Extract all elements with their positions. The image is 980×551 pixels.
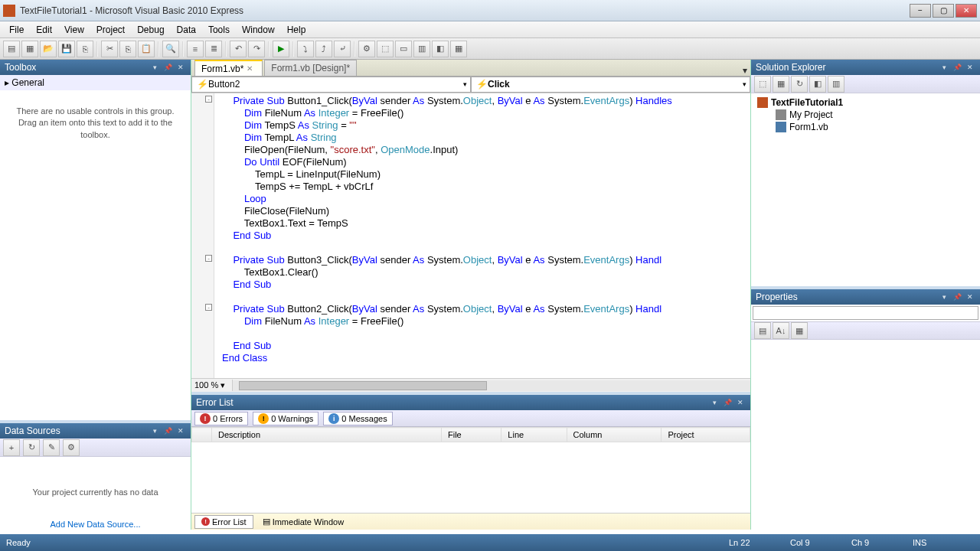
cut-button[interactable]: ✂ (101, 41, 118, 57)
pin-icon[interactable]: 📌 (722, 397, 733, 408)
messages-filter[interactable]: i0 Messages (323, 412, 392, 425)
tab-close-icon[interactable]: ✕ (247, 64, 256, 73)
tool-button[interactable]: ◧ (432, 41, 449, 57)
start-debug-button[interactable]: ▶ (273, 41, 289, 57)
config-button[interactable]: ⚙ (63, 439, 80, 456)
chevron-down-icon[interactable]: ▾ (149, 62, 160, 73)
toolbox-title: Toolbox (5, 62, 36, 73)
chevron-down-icon[interactable]: ▾ (939, 62, 949, 73)
zoom-level[interactable]: 100 % ▾ (191, 380, 233, 391)
chevron-down-icon[interactable]: ▾ (939, 292, 949, 302)
menu-view[interactable]: View (58, 23, 90, 37)
view-designer-button[interactable]: ▥ (828, 76, 844, 93)
toolbox-group-general[interactable]: ▸ General (0, 75, 191, 90)
tree-item-form1[interactable]: Form1.vb (754, 121, 977, 133)
col-header[interactable]: Description (212, 428, 442, 442)
menu-debug[interactable]: Debug (131, 23, 170, 37)
save-button[interactable]: 💾 (58, 41, 75, 57)
open-button[interactable]: 📂 (40, 41, 57, 57)
col-header[interactable] (192, 428, 212, 442)
new-project-button[interactable]: ▤ (3, 41, 20, 57)
add-item-button[interactable]: ▦ (21, 41, 38, 57)
menu-edit[interactable]: Edit (30, 23, 58, 37)
step-out-button[interactable]: ⤶ (334, 41, 351, 57)
col-header[interactable]: File (442, 428, 501, 442)
menu-file[interactable]: File (3, 23, 30, 37)
add-datasource-link[interactable]: Add New Data Source... (0, 520, 191, 529)
warnings-filter[interactable]: !0 Warnings (253, 412, 318, 425)
refresh-button[interactable]: ↻ (791, 76, 808, 93)
pin-icon[interactable]: 📌 (162, 62, 173, 73)
col-header[interactable]: Project (662, 428, 750, 442)
properties-button[interactable]: ▦ (791, 322, 808, 339)
col-header[interactable]: Column (567, 428, 662, 442)
outline-toggle[interactable]: - (205, 96, 212, 103)
chevron-down-icon[interactable]: ▾ (743, 65, 747, 76)
close-button[interactable]: ✕ (956, 4, 977, 18)
tool-button[interactable]: ⬚ (377, 41, 394, 57)
errorlist-tab[interactable]: !Error List (194, 515, 253, 529)
minimize-button[interactable]: − (910, 4, 931, 18)
tool-button[interactable]: ▦ (450, 41, 467, 57)
pin-icon[interactable]: 📌 (952, 62, 962, 73)
status-ready: Ready (6, 538, 31, 547)
tool-button[interactable]: ▥ (413, 41, 430, 57)
errors-filter[interactable]: !0 Errors (194, 412, 248, 425)
status-col: Col 9 (790, 538, 851, 547)
errorlist-grid[interactable]: DescriptionFileLineColumnProject (191, 427, 750, 513)
close-icon[interactable]: ✕ (175, 425, 186, 436)
alphabetical-button[interactable]: A↓ (773, 322, 789, 339)
add-datasource-button[interactable]: + (3, 439, 20, 456)
menu-data[interactable]: Data (171, 23, 202, 37)
uncomment-button[interactable]: ≣ (205, 41, 222, 57)
view-code-button[interactable]: ◧ (809, 76, 826, 93)
toolbox-body: ▸ General There are no usable controls i… (0, 75, 191, 423)
outline-toggle[interactable]: - (205, 304, 212, 311)
close-icon[interactable]: ✕ (965, 292, 975, 302)
class-combo[interactable]: ⚡Button2▾ (191, 77, 471, 93)
col-header[interactable]: Line (501, 428, 567, 442)
pin-icon[interactable]: 📌 (952, 292, 962, 302)
chevron-down-icon[interactable]: ▾ (149, 425, 160, 436)
step-into-button[interactable]: ⤵ (297, 41, 314, 57)
step-over-button[interactable]: ⤴ (315, 41, 332, 57)
copy-button[interactable]: ⎘ (119, 41, 136, 57)
outline-toggle[interactable]: - (205, 255, 212, 262)
comment-button[interactable]: ≡ (187, 41, 204, 57)
properties-header: Properties ▾ 📌 ✕ (751, 289, 980, 305)
menu-window[interactable]: Window (236, 23, 281, 37)
tab-form1-design[interactable]: Form1.vb [Design]* (264, 60, 357, 76)
menu-project[interactable]: Project (90, 23, 131, 37)
categorized-button[interactable]: ▤ (754, 322, 771, 339)
tool-button[interactable]: ⚙ (358, 41, 375, 57)
paste-button[interactable]: 📋 (138, 41, 155, 57)
properties-object-combo[interactable] (753, 306, 978, 320)
tree-item-myproject[interactable]: My Project (754, 109, 977, 121)
refresh-button[interactable]: ↻ (23, 439, 40, 456)
redo-button[interactable]: ↷ (248, 41, 265, 57)
close-icon[interactable]: ✕ (175, 62, 186, 73)
tool-button[interactable]: ▭ (395, 41, 412, 57)
find-button[interactable]: 🔍 (162, 41, 179, 57)
properties-grid[interactable] (751, 340, 980, 530)
menu-help[interactable]: Help (281, 23, 312, 37)
pin-icon[interactable]: 📌 (162, 425, 173, 436)
horizontal-scrollbar[interactable] (233, 380, 750, 391)
solution-tree[interactable]: TextFileTutorial1 My Project Form1.vb (751, 93, 980, 136)
chevron-down-icon[interactable]: ▾ (709, 397, 720, 408)
properties-button[interactable]: ⬚ (754, 76, 771, 93)
maximize-button[interactable]: ▢ (933, 4, 954, 18)
toolbox-header: Toolbox ▾ 📌 ✕ (0, 60, 191, 75)
project-node[interactable]: TextFileTutorial1 (754, 96, 977, 109)
method-combo[interactable]: ⚡Click▾ (471, 77, 750, 93)
edit-button[interactable]: ✎ (43, 439, 60, 456)
code-editor[interactable]: - - - Private Sub Button1_Click(ByVal se… (191, 93, 750, 378)
close-icon[interactable]: ✕ (965, 62, 975, 73)
undo-button[interactable]: ↶ (230, 41, 247, 57)
menu-tools[interactable]: Tools (202, 23, 236, 37)
close-icon[interactable]: ✕ (735, 397, 746, 408)
save-all-button[interactable]: ⎘ (77, 41, 93, 57)
immediate-window-tab[interactable]: ▤ Immediate Window (256, 515, 351, 528)
tab-form1-vb[interactable]: Form1.vb* ✕ (194, 60, 263, 76)
show-all-button[interactable]: ▦ (773, 76, 789, 93)
